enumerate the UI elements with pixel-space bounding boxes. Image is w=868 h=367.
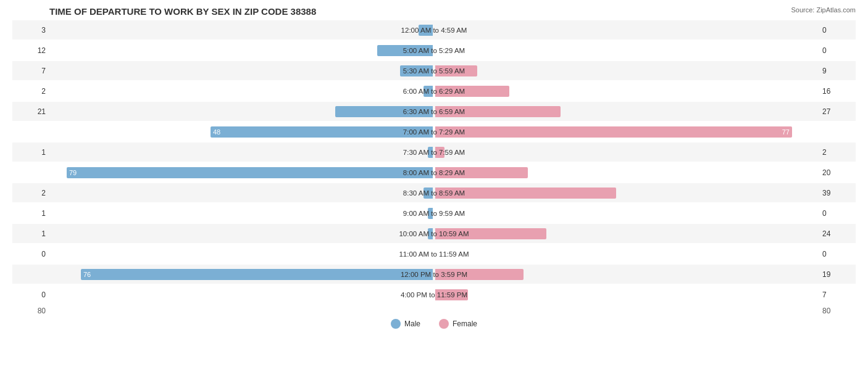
female-bar-wrap xyxy=(434,244,819,263)
axis-min: 80 xyxy=(12,307,49,315)
male-bar xyxy=(419,25,433,36)
male-bar-label-inside: 48 xyxy=(213,128,220,136)
male-bar xyxy=(400,65,433,76)
female-bar xyxy=(435,228,546,239)
female-bar-wrap xyxy=(434,183,819,202)
female-bar xyxy=(435,147,444,158)
female-bar-wrap xyxy=(434,41,819,60)
female-bar-wrap xyxy=(434,61,819,80)
chart-row: 2 8:30 AM to 8:59 AM 39 xyxy=(12,183,856,202)
male-bar xyxy=(424,86,433,97)
male-bar-wrap xyxy=(49,41,434,60)
axis-row: 80 80 xyxy=(12,307,856,315)
legend-female-label: Female xyxy=(453,320,477,328)
male-value: 12 xyxy=(12,46,49,55)
male-bar-label-inside: 79 xyxy=(69,169,77,176)
male-value: 7 xyxy=(12,67,49,75)
female-bar-wrap xyxy=(434,224,819,243)
male-value: 0 xyxy=(12,250,49,258)
female-bar: 77 xyxy=(435,126,792,138)
male-bar-wrap xyxy=(49,204,434,223)
chart-title: TIME OF DEPARTURE TO WORK BY SEX IN ZIP … xyxy=(12,6,856,17)
female-bar-wrap xyxy=(434,204,819,223)
chart-row: 1 9:00 AM to 9:59 AM 0 xyxy=(12,204,856,223)
male-bar: 76 xyxy=(81,269,433,280)
female-bar-wrap xyxy=(434,285,819,304)
chart-row: 48 7:00 AM to 7:29 AM 77 xyxy=(12,122,856,141)
female-value: 0 xyxy=(819,250,856,258)
female-bar xyxy=(435,65,477,76)
legend-male-label: Male xyxy=(404,320,420,328)
male-bar-wrap xyxy=(49,81,434,101)
chart-area: 3 12:00 AM to 4:59 AM 0 12 xyxy=(12,20,856,304)
male-value: 1 xyxy=(12,229,49,238)
female-bar-wrap xyxy=(434,142,819,162)
male-bar xyxy=(428,147,433,158)
female-value: 0 xyxy=(819,209,856,218)
female-bar-wrap xyxy=(434,163,819,182)
chart-row: 79 8:00 AM to 8:29 AM 20 xyxy=(12,163,856,182)
female-value: 0 xyxy=(819,46,856,55)
male-value: 0 xyxy=(12,291,49,299)
female-bar-wrap xyxy=(434,20,819,39)
male-bar xyxy=(377,45,433,56)
female-bar-wrap: 77 xyxy=(434,122,819,141)
axis-max: 80 xyxy=(819,307,856,315)
female-value: 0 xyxy=(819,26,856,35)
male-bar-wrap: 76 xyxy=(49,265,434,284)
chart-row: 1 7:30 AM to 7:59 AM 2 xyxy=(12,142,856,162)
female-value: 2 xyxy=(819,148,856,157)
legend-male-icon xyxy=(391,319,401,329)
male-value: 1 xyxy=(12,148,49,157)
legend-female: Female xyxy=(439,319,477,329)
legend: Male Female xyxy=(12,319,856,329)
legend-female-icon xyxy=(439,319,449,329)
female-bar-wrap xyxy=(434,102,819,121)
female-value: 20 xyxy=(819,168,856,177)
chart-row: 7 5:30 AM to 5:59 AM 9 xyxy=(12,61,856,80)
male-bar: 79 xyxy=(67,167,433,178)
male-bar-wrap xyxy=(49,102,434,121)
chart-row: 2 6:00 AM to 6:29 AM 16 xyxy=(12,81,856,101)
source-label: Source: ZipAtlas.com xyxy=(791,6,856,14)
male-value: 3 xyxy=(12,26,49,35)
chart-row: 3 12:00 AM to 4:59 AM 0 xyxy=(12,20,856,39)
male-bar xyxy=(428,208,433,219)
chart-row: 0 4:00 PM to 11:59 PM 7 xyxy=(12,285,856,304)
male-bar xyxy=(424,188,433,199)
female-value: 19 xyxy=(819,270,856,279)
male-bar xyxy=(428,228,433,239)
female-bar xyxy=(435,188,616,199)
female-bar xyxy=(435,106,561,117)
chart-row: 21 6:30 AM to 6:59 AM 27 xyxy=(12,102,856,121)
male-value: 1 xyxy=(12,209,49,218)
female-value: 39 xyxy=(819,189,856,197)
male-bar: 48 xyxy=(211,126,433,138)
male-value: 2 xyxy=(12,189,49,197)
male-bar-wrap xyxy=(49,61,434,80)
male-bar-wrap xyxy=(49,142,434,162)
male-bar-wrap xyxy=(49,224,434,243)
female-bar-wrap xyxy=(434,81,819,101)
female-bar xyxy=(435,86,509,97)
male-bar-wrap xyxy=(49,183,434,202)
chart-row: 12 5:00 AM to 5:29 AM 0 xyxy=(12,41,856,60)
male-bar-wrap xyxy=(49,285,434,304)
male-bar-wrap xyxy=(49,244,434,263)
female-bar xyxy=(435,167,528,178)
female-value: 24 xyxy=(819,229,856,238)
female-value: 16 xyxy=(819,87,856,96)
male-bar xyxy=(335,106,433,117)
female-bar xyxy=(435,289,468,300)
male-bar-wrap: 79 xyxy=(49,163,434,182)
chart-row: 1 10:00 AM to 10:59 AM 24 xyxy=(12,224,856,243)
legend-male: Male xyxy=(391,319,420,329)
male-value: 2 xyxy=(12,87,49,96)
female-bar xyxy=(435,269,524,280)
female-bar-label-inside: 77 xyxy=(782,128,790,136)
male-bar-wrap xyxy=(49,20,434,39)
male-value: 21 xyxy=(12,107,49,116)
male-bar-wrap: 48 xyxy=(49,122,434,141)
chart-container: TIME OF DEPARTURE TO WORK BY SEX IN ZIP … xyxy=(0,0,868,367)
female-value: 9 xyxy=(819,67,856,75)
